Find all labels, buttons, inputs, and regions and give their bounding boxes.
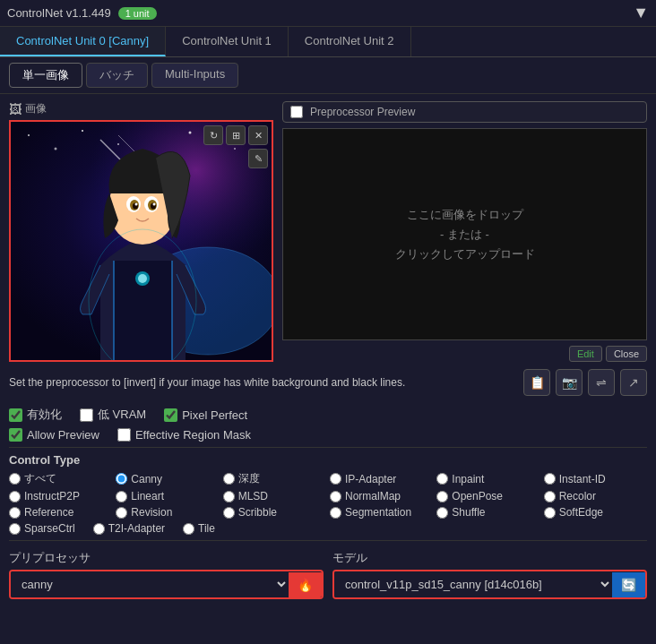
delete-btn[interactable]: ✕ xyxy=(248,125,268,145)
radio-shuffle[interactable]: Shuffle xyxy=(436,506,539,519)
svg-point-5 xyxy=(117,143,119,145)
edit-button[interactable]: Edit xyxy=(569,346,602,362)
preview-checkbox[interactable] xyxy=(290,106,303,118)
svg-point-24 xyxy=(138,274,147,283)
preprocessor-group: プリプロセッサ canny 🔥 xyxy=(9,550,324,599)
checkboxes-row: 有効化 低 VRAM Pixel Perfect xyxy=(9,407,647,423)
radio-grid-row3: SparseCtrl T2I-Adapter Tile xyxy=(9,522,647,535)
version-label: ControlNet v1.1.449 xyxy=(7,6,111,20)
main-content: 🖼 画像 xyxy=(0,94,656,606)
image-toolbar: ↻ ⊞ ✕ xyxy=(203,125,268,145)
model-label: モデル xyxy=(332,550,647,566)
model-icon-btn[interactable]: 🔄 xyxy=(612,572,645,597)
clipboard-icon-btn[interactable]: 📋 xyxy=(523,369,550,396)
drop-zone[interactable]: ここに画像をドロップ - または - クリックしてアップロード xyxy=(282,128,647,340)
arrow-icon-btn[interactable]: ↗ xyxy=(620,369,647,396)
preprocessor-preview-header: Preprocessor Preview xyxy=(282,101,647,123)
image-box[interactable]: ↻ ⊞ ✕ ✎ xyxy=(9,120,273,362)
sub-tabs: 単一画像 バッチ Multi-Inputs xyxy=(0,57,656,94)
svg-point-3 xyxy=(55,148,57,150)
low-vram-checkbox[interactable]: 低 VRAM xyxy=(80,407,146,423)
preprocessor-preview-label: Preprocessor Preview xyxy=(310,106,415,118)
camera-icon-btn[interactable]: 📷 xyxy=(556,369,583,396)
model-group: モデル control_v11p_sd15_canny [d14c016b] 🔄 xyxy=(332,550,647,599)
model-select[interactable]: control_v11p_sd15_canny [d14c016b] xyxy=(334,571,612,597)
drop-line2: - または - xyxy=(440,227,489,243)
icon-row: 📋 📷 ⇌ ↗ xyxy=(523,369,647,396)
main-tabs: ControlNet Unit 0 [Canny] ControlNet Uni… xyxy=(0,27,656,57)
radio-grid-row1: すべて Canny 深度 IP-Adapter Inpaint Instant-… xyxy=(9,471,647,486)
radio-sparsectrl[interactable]: SparseCtrl xyxy=(9,522,75,535)
radio-grid-row2: Reference Revision Scribble Segmentation… xyxy=(9,506,647,519)
svg-point-22 xyxy=(153,203,156,206)
subtab-multi[interactable]: Multi-Inputs xyxy=(151,63,238,88)
yuukoka-checkbox[interactable]: 有効化 xyxy=(9,407,62,423)
radio-lineart[interactable]: Lineart xyxy=(116,490,219,502)
subtab-batch[interactable]: バッチ xyxy=(86,63,148,88)
control-type-label: Control Type xyxy=(9,453,647,467)
divider2 xyxy=(9,540,647,541)
image-area: 🖼 画像 xyxy=(9,101,647,362)
svg-point-21 xyxy=(135,203,138,206)
effective-region-checkbox[interactable]: Effective Region Mask xyxy=(117,428,251,442)
tool-row2: ✎ xyxy=(248,149,268,168)
radio-mlsd[interactable]: MLSD xyxy=(223,490,326,502)
radio-depth[interactable]: 深度 xyxy=(223,471,326,486)
right-preview-panel: Preprocessor Preview ここに画像をドロップ - または - … xyxy=(282,101,647,362)
preprocessor-icon-btn[interactable]: 🔥 xyxy=(289,572,322,597)
radio-softedge[interactable]: SoftEdge xyxy=(544,506,647,519)
pixel-perfect-checkbox[interactable]: Pixel Perfect xyxy=(164,408,247,422)
svg-point-4 xyxy=(82,130,83,132)
radio-recolor[interactable]: Recolor xyxy=(544,490,647,502)
radio-t2i[interactable]: T2I-Adapter xyxy=(93,522,165,535)
svg-point-7 xyxy=(234,148,236,150)
svg-point-6 xyxy=(189,132,192,134)
checkboxes-row2: Allow Preview Effective Region Mask xyxy=(9,428,647,442)
tab-unit0[interactable]: ControlNet Unit 0 [Canny] xyxy=(0,27,166,56)
radio-normalmap[interactable]: NormalMap xyxy=(330,490,433,502)
radio-scribble[interactable]: Scribble xyxy=(223,506,326,519)
swap-icon-btn[interactable]: ⇌ xyxy=(588,369,615,396)
drop-line3: クリックしてアップロード xyxy=(395,246,535,262)
crop-btn[interactable]: ⊞ xyxy=(226,125,246,145)
preprocessor-select-wrapper: canny 🔥 xyxy=(9,570,324,599)
image-icon: 🖼 xyxy=(9,102,22,116)
radio-tile[interactable]: Tile xyxy=(183,522,215,535)
tab-unit2[interactable]: ControlNet Unit 2 xyxy=(289,27,411,56)
divider1 xyxy=(9,447,647,448)
hint-text: Set the preprocessor to [invert] if your… xyxy=(9,376,405,389)
model-select-wrapper: control_v11p_sd15_canny [d14c016b] 🔄 xyxy=(332,570,647,599)
pencil-btn[interactable]: ✎ xyxy=(248,149,268,168)
dropdown-icon[interactable]: ▼ xyxy=(633,4,649,22)
radio-canny[interactable]: Canny xyxy=(116,471,219,486)
radio-revision[interactable]: Revision xyxy=(116,506,219,519)
allow-preview-checkbox[interactable]: Allow Preview xyxy=(9,428,99,442)
rotate-btn[interactable]: ↻ xyxy=(203,125,223,145)
radio-grid-row1b: InstructP2P Lineart MLSD NormalMap OpenP… xyxy=(9,490,647,502)
unit-badge: 1 unit xyxy=(118,7,157,20)
subtab-single[interactable]: 単一画像 xyxy=(9,63,82,88)
bottom-row: プリプロセッサ canny 🔥 モデル control_v11p_sd15_ca… xyxy=(9,550,647,599)
preprocessor-label: プリプロセッサ xyxy=(9,550,324,566)
radio-all[interactable]: すべて xyxy=(9,471,112,486)
radio-instant-id[interactable]: Instant-ID xyxy=(544,471,647,486)
drop-line1: ここに画像をドロップ xyxy=(407,207,523,223)
tab-unit1[interactable]: ControlNet Unit 1 xyxy=(166,27,289,56)
image-label: 🖼 画像 xyxy=(9,101,273,116)
preprocessor-select[interactable]: canny xyxy=(11,571,289,597)
radio-inpaint[interactable]: Inpaint xyxy=(436,471,539,486)
left-image-panel: 🖼 画像 xyxy=(9,101,273,362)
edit-close-row: Edit Close xyxy=(282,346,647,362)
radio-ip-adapter[interactable]: IP-Adapter xyxy=(330,471,433,486)
radio-instructp2p[interactable]: InstructP2P xyxy=(9,490,112,502)
close-button[interactable]: Close xyxy=(606,346,647,362)
svg-point-2 xyxy=(28,134,30,136)
radio-reference[interactable]: Reference xyxy=(9,506,112,519)
radio-segmentation[interactable]: Segmentation xyxy=(330,506,433,519)
top-bar: ControlNet v1.1.449 1 unit ▼ xyxy=(0,0,656,27)
uploaded-image xyxy=(11,122,273,362)
radio-openpose[interactable]: OpenPose xyxy=(436,490,539,502)
